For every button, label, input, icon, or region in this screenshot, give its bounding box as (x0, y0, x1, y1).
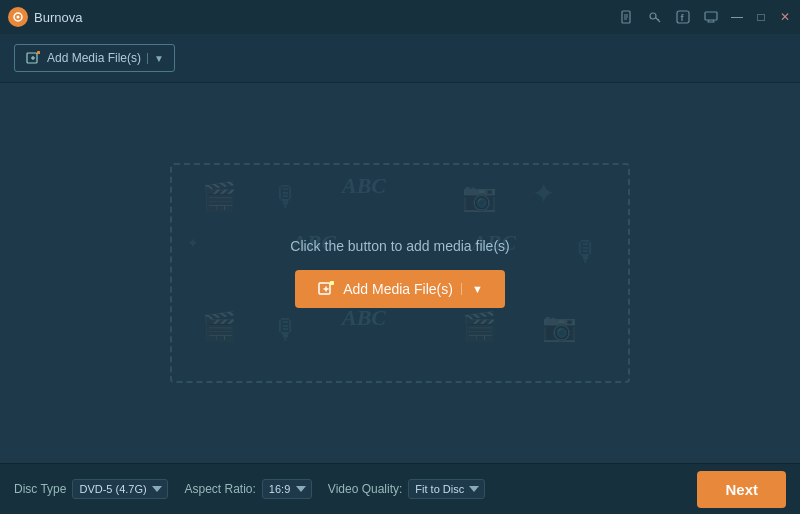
maximize-button[interactable]: □ (754, 10, 768, 24)
svg-line-9 (658, 19, 659, 20)
deco-cam-2: 📷 (542, 310, 577, 343)
title-bar: Burnova f (0, 0, 800, 34)
close-button[interactable]: ✕ (778, 10, 792, 24)
dropdown-arrow-top[interactable]: ▼ (147, 53, 164, 64)
deco-film-1: 🎬 (202, 180, 237, 213)
disc-type-group: Disc Type DVD-5 (4.7G) DVD-9 (8.5G) BD-2… (14, 479, 168, 499)
svg-rect-12 (705, 12, 717, 20)
aspect-ratio-group: Aspect Ratio: 16:9 4:3 (184, 479, 311, 499)
deco-abc-4: ABC (342, 305, 386, 331)
deco-cam-1: 📷 (462, 180, 497, 213)
controls-row: Disc Type DVD-5 (4.7G) DVD-9 (8.5G) BD-2… (0, 464, 800, 514)
video-quality-select[interactable]: Fit to Disc High Medium Low (408, 479, 485, 499)
file-icon[interactable] (618, 8, 636, 26)
deco-mic-1: 🎙 (272, 180, 300, 213)
deco-film-3: 🎬 (462, 310, 497, 343)
add-media-center-button[interactable]: Add Media File(s) ▼ (295, 270, 505, 308)
svg-rect-23 (330, 281, 334, 285)
deco-star-2: ✦ (187, 235, 199, 251)
add-media-top-button[interactable]: Add Media File(s) ▼ (14, 44, 175, 72)
svg-point-7 (650, 13, 656, 19)
deco-abc-1: ABC (342, 173, 386, 199)
title-controls: f — □ ✕ (618, 8, 792, 26)
aspect-ratio-select[interactable]: 16:9 4:3 (262, 479, 312, 499)
deco-mic-2: 🎙 (572, 235, 600, 268)
svg-point-2 (17, 16, 20, 19)
bottom-bar: Disc Type DVD-5 (4.7G) DVD-9 (8.5G) BD-2… (0, 463, 800, 514)
title-left: Burnova (8, 7, 82, 27)
dropdown-arrow-center[interactable]: ▼ (461, 283, 483, 295)
key-icon[interactable] (646, 8, 664, 26)
aspect-ratio-label: Aspect Ratio: (184, 482, 255, 496)
next-button[interactable]: Next (697, 471, 786, 508)
drop-hint: Click the button to add media file(s) (290, 238, 509, 254)
app-logo (8, 7, 28, 27)
deco-star-1: ✦ (532, 177, 555, 210)
svg-text:f: f (681, 13, 685, 23)
display-icon[interactable] (702, 8, 720, 26)
toolbar: Add Media File(s) ▼ (0, 34, 800, 83)
minimize-button[interactable]: — (730, 10, 744, 24)
deco-mic-3: 🎙 (272, 313, 300, 346)
disc-type-select[interactable]: DVD-5 (4.7G) DVD-9 (8.5G) BD-25 BD-50 (72, 479, 168, 499)
video-quality-group: Video Quality: Fit to Disc High Medium L… (328, 479, 486, 499)
drop-zone[interactable]: 🎬 🎙 ABC 📷 ✦ ✦ ABC ABC 🎙 🎬 🎙 ABC 🎬 📷 Clic… (170, 163, 630, 383)
app-title: Burnova (34, 10, 82, 25)
social-icon[interactable]: f (674, 8, 692, 26)
deco-film-2: 🎬 (202, 310, 237, 343)
add-media-top-label: Add Media File(s) (47, 51, 141, 65)
video-quality-label: Video Quality: (328, 482, 403, 496)
main-content: 🎬 🎙 ABC 📷 ✦ ✦ ABC ABC 🎙 🎬 🎙 ABC 🎬 📷 Clic… (0, 83, 800, 463)
svg-rect-19 (37, 51, 40, 54)
disc-type-label: Disc Type (14, 482, 66, 496)
add-media-center-label: Add Media File(s) (343, 281, 453, 297)
